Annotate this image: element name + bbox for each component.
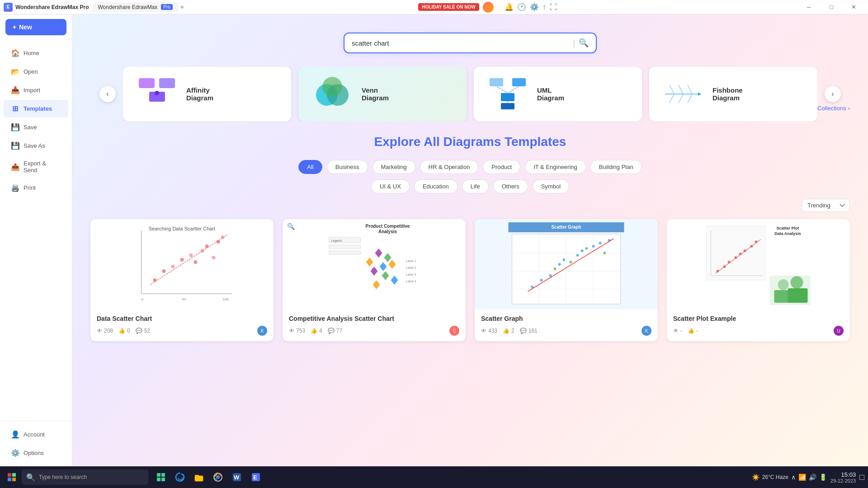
open-icon: 📂: [11, 67, 19, 76]
svg-point-100: [791, 276, 803, 289]
carousel-card-venn[interactable]: Venn Diagram: [298, 67, 467, 121]
print-icon: 🖨️: [11, 183, 19, 192]
sidebar-item-home[interactable]: 🏠 Home: [4, 44, 68, 62]
sidebar-item-export[interactable]: 📤 Export & Send: [4, 155, 68, 178]
carousel-prev-button[interactable]: ‹: [99, 86, 116, 102]
sidebar-item-templates[interactable]: ⊞ Templates: [4, 100, 68, 117]
sidebar-item-save-as[interactable]: 💾 Save As: [4, 137, 68, 155]
filter-all[interactable]: All: [298, 160, 322, 174]
carousel-card-uml[interactable]: UML Diagram: [474, 67, 642, 121]
svg-marker-51: [389, 260, 396, 269]
svg-text:Scatter Graph: Scatter Graph: [551, 225, 581, 230]
svg-point-73: [558, 263, 561, 266]
carousel-next-button[interactable]: ›: [825, 86, 841, 102]
svg-text:50: 50: [182, 297, 186, 301]
sidebar-item-account-label: Account: [24, 431, 45, 438]
svg-marker-52: [371, 267, 378, 276]
sidebar-item-export-label: Export & Send: [24, 160, 61, 174]
search-box[interactable]: | 🔍: [344, 33, 597, 53]
svg-point-34: [212, 256, 216, 259]
card-avatar-scatter-graph: K: [642, 326, 651, 336]
template-card-scatter-graph[interactable]: Scatter Graph: [475, 219, 658, 341]
filter-product[interactable]: Product: [483, 160, 520, 174]
maximize-button[interactable]: □: [821, 0, 842, 14]
filter-education[interactable]: Education: [414, 179, 458, 193]
filter-hr-operation[interactable]: HR & Operation: [420, 160, 479, 174]
uml-diagram-preview: [487, 76, 528, 112]
sidebar-item-open[interactable]: 📂 Open: [4, 63, 68, 80]
user-avatar[interactable]: [483, 2, 494, 13]
sidebar-bottom: 👤 Account ⚙️ Options: [0, 421, 72, 466]
like-icon-3: 👍: [503, 328, 509, 334]
taskbar-search[interactable]: 🔍 Type here to search: [22, 469, 148, 485]
svg-point-27: [162, 269, 166, 273]
close-button[interactable]: ✕: [844, 0, 864, 14]
taskbar-app-edge[interactable]: [171, 468, 189, 486]
carousel-card-fishbone[interactable]: Fishbone Diagram: [649, 67, 817, 121]
template-card-data-scatter[interactable]: Searching Data Scartter Chart: [90, 219, 274, 341]
sidebar-item-print[interactable]: 🖨️ Print: [4, 179, 68, 197]
filter-marketing[interactable]: Marketing: [373, 160, 415, 174]
filter-business[interactable]: Business: [327, 160, 368, 174]
svg-point-78: [585, 247, 588, 250]
filter-life[interactable]: Life: [462, 179, 489, 193]
filter-others[interactable]: Others: [493, 179, 528, 193]
arrow-up-icon[interactable]: ∧: [791, 474, 796, 481]
taskbar-app-word[interactable]: W: [228, 468, 246, 486]
sidebar-item-save-as-label: Save As: [24, 142, 45, 149]
svg-text:W: W: [234, 474, 240, 481]
template-card-competitive[interactable]: 🔍 Product Competitive Analysis Legend: [283, 219, 466, 341]
svg-rect-107: [157, 473, 160, 477]
sys-time[interactable]: 15:03 29-12-2023: [830, 471, 856, 483]
filter-row-1: All Business Marketing HR & Operation Pr…: [90, 160, 850, 174]
template-card-scatter-plot[interactable]: Scatter Plot Data Analysis: [667, 219, 850, 341]
svg-text:Data Analysis: Data Analysis: [774, 231, 801, 236]
minimize-button[interactable]: ─: [798, 0, 819, 14]
taskbar-app-chrome[interactable]: [209, 468, 227, 486]
svg-rect-104: [12, 473, 16, 477]
notification-center-icon[interactable]: □: [859, 473, 864, 482]
taskbar-app-edraw[interactable]: E: [247, 468, 265, 486]
start-button[interactable]: [4, 469, 20, 485]
expand-icon[interactable]: ⛶: [550, 3, 557, 11]
sidebar-item-templates-label: Templates: [24, 105, 52, 112]
search-button[interactable]: 🔍: [579, 38, 589, 48]
notification-icon[interactable]: 🔔: [505, 3, 514, 11]
carousel-card-affinity[interactable]: Affinity Diagram: [123, 67, 291, 121]
new-tab-button[interactable]: +: [180, 3, 184, 11]
like-count-3: 2: [511, 328, 514, 334]
svg-rect-103: [8, 473, 11, 477]
new-button[interactable]: + New: [5, 19, 66, 35]
filter-symbol[interactable]: Symbol: [533, 179, 569, 193]
svg-line-18: [679, 85, 683, 94]
share-icon[interactable]: ↑: [542, 3, 546, 11]
taskbar-app-explorer[interactable]: [190, 468, 208, 486]
svg-line-13: [508, 86, 519, 93]
svg-marker-55: [373, 280, 380, 289]
settings-icon[interactable]: ⚙️: [530, 3, 539, 11]
filter-it-engineering[interactable]: IT & Engineering: [525, 160, 586, 174]
taskbar-app-windows[interactable]: [152, 468, 170, 486]
card-views-data-scatter: 👁 208: [97, 328, 113, 334]
filter-building-plan[interactable]: Building Plan: [590, 160, 642, 174]
svg-marker-54: [391, 276, 398, 285]
sidebar-item-account[interactable]: 👤 Account: [4, 426, 68, 443]
card-avatar-competitive: C: [449, 326, 459, 336]
filter-ui-ux[interactable]: UI & UX: [371, 179, 410, 193]
svg-rect-9: [512, 78, 526, 86]
sidebar-item-save[interactable]: 💾 Save: [4, 118, 68, 136]
like-icon: 👍: [118, 328, 125, 334]
search-input[interactable]: [352, 39, 569, 47]
view-count-2: 753: [296, 328, 305, 334]
card-likes-scatter-plot: 👍 -: [688, 328, 698, 334]
import-icon: 📥: [11, 86, 19, 94]
card-img-data-scatter: Searching Data Scartter Chart: [90, 219, 274, 310]
svg-text:Label 1: Label 1: [406, 259, 416, 263]
clock-icon[interactable]: 🕐: [517, 3, 526, 11]
tab-item[interactable]: Wondershare EdrawMax Pro: [93, 2, 178, 12]
sort-select[interactable]: Trending Newest Most Used: [802, 199, 850, 212]
svg-line-37: [151, 235, 227, 285]
svg-text:0: 0: [142, 297, 144, 301]
sidebar-item-options[interactable]: ⚙️ Options: [4, 444, 68, 462]
sidebar-item-import[interactable]: 📥 Import: [4, 81, 68, 99]
